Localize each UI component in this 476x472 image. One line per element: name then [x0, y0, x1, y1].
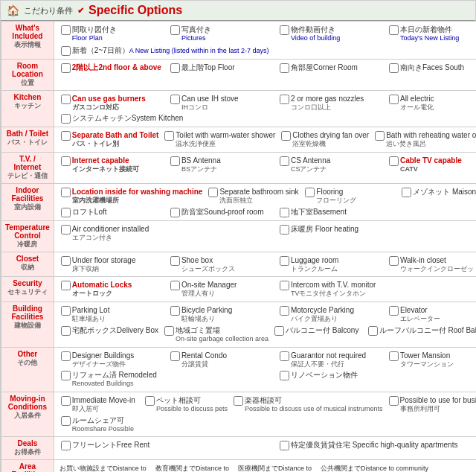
cb-system-kitchen[interactable] — [61, 114, 71, 124]
row-area-facilities: Area Facilities周辺環境 お買い物施設までDistance tos… — [1, 460, 477, 472]
cb-tv-monitor[interactable] — [280, 281, 289, 290]
opt-under-floor: Under floor storage床下収納 — [58, 255, 167, 275]
cb-renovation[interactable] — [280, 371, 289, 380]
cb-2nd-floor[interactable] — [61, 63, 71, 73]
cb-loft[interactable] — [61, 208, 71, 217]
cb-bs-antenna[interactable] — [170, 156, 180, 166]
label-temp-control: Temperature Control冷暖房 — [1, 220, 54, 252]
cb-gas-burners[interactable] — [61, 95, 71, 104]
cb-maisonette[interactable] — [402, 188, 411, 197]
opt-tv-monitor: Intercom with T.V. monitorTVモニタ付きインタホン — [277, 279, 386, 299]
opt-elevator: Elevatorエレベーター — [386, 304, 476, 325]
cb-balcony[interactable] — [274, 326, 284, 336]
cb-new-listing2[interactable] — [61, 46, 71, 56]
cb-faces-south[interactable] — [389, 63, 399, 73]
section-subtitle: こだわり条件 — [24, 5, 73, 16]
cell-area-facilities: お買い物施設までDistance toshopping 1000m500m300… — [54, 460, 476, 472]
label-room-location: Room Location位置 — [1, 59, 54, 90]
label-new-listing2: 新着（2~7日前）A New Listing (listed within in… — [72, 45, 269, 56]
cb-rental-condo[interactable] — [170, 351, 180, 361]
label-sep-sink: Separate bathroom sink洗面所独立 — [219, 187, 298, 205]
cb-washing-machine[interactable] — [61, 188, 71, 197]
cell-other: Designer Buildingsデザイナーズ物件 Rental Condo分… — [54, 347, 476, 392]
opt-cable-tv: Cable TV capableCATV — [386, 155, 476, 175]
cell-deals: フリーレントFree Rent 特定優良賃貸住宅 Specific high-q… — [54, 437, 476, 460]
opt-new-listing2: 新着（2~7日前）A New Listing (listed within in… — [58, 45, 476, 57]
cb-floor-plan[interactable] — [61, 25, 71, 35]
cb-on-site-manager[interactable] — [170, 281, 180, 290]
cb-internet-capable[interactable] — [61, 156, 71, 166]
cb-all-electric[interactable] — [389, 95, 399, 104]
label-pets: ペット相談可Possible to discuss pets — [156, 395, 228, 414]
cb-roomshare[interactable] — [61, 416, 71, 426]
cb-auto-locks[interactable] — [61, 281, 71, 290]
cb-walk-in-closet[interactable] — [389, 256, 399, 266]
distance-shopping: お買い物施設までDistance toshopping 1000m500m300… — [60, 464, 147, 472]
opt-balcony: バルコニー付 Balcony — [271, 325, 365, 345]
label-loft: ロフトLoft — [72, 207, 107, 217]
cb-business[interactable] — [389, 396, 399, 406]
label-pictures: 写真付きPictures — [181, 25, 211, 43]
opt-2nd-floor: 2階以上2nd floor & above — [58, 62, 167, 74]
opt-renovation: リノベーション物件 — [277, 369, 476, 389]
cb-gas-nozzles[interactable] — [280, 95, 289, 104]
cell-temp-control: Air conditioner installedエアコン付き 床暖房 Floo… — [54, 220, 476, 252]
cb-shoe-box[interactable] — [170, 256, 180, 266]
cb-corner-room[interactable] — [280, 63, 289, 73]
cb-separate-bath[interactable] — [61, 131, 71, 141]
cb-pictures[interactable] — [170, 25, 180, 35]
cb-no-guarantor[interactable] — [280, 351, 289, 361]
cb-instruments[interactable] — [234, 396, 243, 406]
cell-indoor: Location inside for washing machine室内洗濯機… — [54, 184, 476, 221]
opt-floor-heating: 床暖房 Floor heating — [277, 223, 476, 243]
opt-video: 物件動画付きVideo of building — [277, 24, 386, 44]
cb-new-listing[interactable] — [389, 25, 399, 35]
label-top-floor: 最上階Top Floor — [181, 63, 235, 72]
cb-designer-buildings[interactable] — [61, 351, 71, 361]
label-basement: 地下室Basement — [291, 207, 347, 217]
cb-drying-fan[interactable] — [281, 131, 291, 141]
cb-floor-heating[interactable] — [280, 225, 289, 235]
cb-flooring[interactable] — [305, 188, 315, 197]
cb-reheating[interactable] — [375, 131, 385, 141]
cb-aircon[interactable] — [61, 225, 71, 235]
cb-parking-lot[interactable] — [61, 306, 71, 316]
cb-immediate-move[interactable] — [61, 396, 71, 406]
label-no-guarantor: Guarantor not required保証人不要・代行 — [291, 351, 366, 369]
cb-basement[interactable] — [280, 208, 289, 217]
cb-cable-tv[interactable] — [389, 156, 399, 166]
label-tv-monitor: Intercom with T.V. monitorTVモニタ付きインタホン — [291, 280, 376, 299]
cb-delivery-box[interactable] — [61, 326, 71, 336]
cb-ih-stove[interactable] — [170, 95, 180, 104]
opt-motorcycle-parking: Motorcycle Parkingバイク置場あり — [277, 304, 386, 325]
label-specific-quality: 特定優良賃貸住宅 Specific high-quality apartment… — [291, 440, 458, 450]
cb-pets[interactable] — [145, 396, 155, 406]
cb-warm-shower[interactable] — [164, 131, 174, 141]
label-designer-buildings: Designer Buildingsデザイナーズ物件 — [72, 351, 134, 369]
cb-free-rent[interactable] — [61, 441, 71, 450]
cb-bicycle-parking[interactable] — [170, 306, 180, 316]
cb-remodeled[interactable] — [61, 371, 71, 380]
cb-roof-balcony[interactable] — [368, 326, 378, 336]
opt-rental-condo: Rental Condo分譲賃貸 — [167, 350, 277, 370]
opt-cs-antenna: CS AntennaCSアンテナ — [277, 155, 386, 175]
opt-free-rent: フリーレントFree Rent — [58, 439, 277, 451]
label-auto-locks: Automatic Locksオートロック — [72, 280, 132, 299]
label-parking-lot: Parking Lot駐車場あり — [72, 305, 110, 324]
cb-sep-sink[interactable] — [208, 188, 218, 197]
cb-under-floor[interactable] — [61, 256, 71, 266]
cb-elevator[interactable] — [389, 306, 399, 316]
cb-tower-mansion[interactable] — [389, 351, 399, 361]
label-roomshare: ルームシェア可Roomshare Possible — [72, 415, 134, 434]
cb-luggage-room[interactable] — [280, 256, 289, 266]
cb-garbage[interactable] — [164, 326, 174, 336]
cb-video[interactable] — [280, 25, 289, 35]
label-gas-burners: Can use gas burnersガスコンロ対応 — [72, 94, 146, 112]
label-drying-fan: Clothes drying fan over浴室乾燥機 — [292, 130, 369, 149]
cb-top-floor[interactable] — [170, 63, 180, 73]
cb-specific-quality[interactable] — [280, 441, 289, 450]
cb-soundproof[interactable] — [170, 208, 180, 217]
label-immediate-move: Immediate Move-in即入居可 — [72, 395, 135, 414]
cb-motorcycle-parking[interactable] — [280, 306, 289, 316]
cb-cs-antenna[interactable] — [280, 156, 289, 166]
